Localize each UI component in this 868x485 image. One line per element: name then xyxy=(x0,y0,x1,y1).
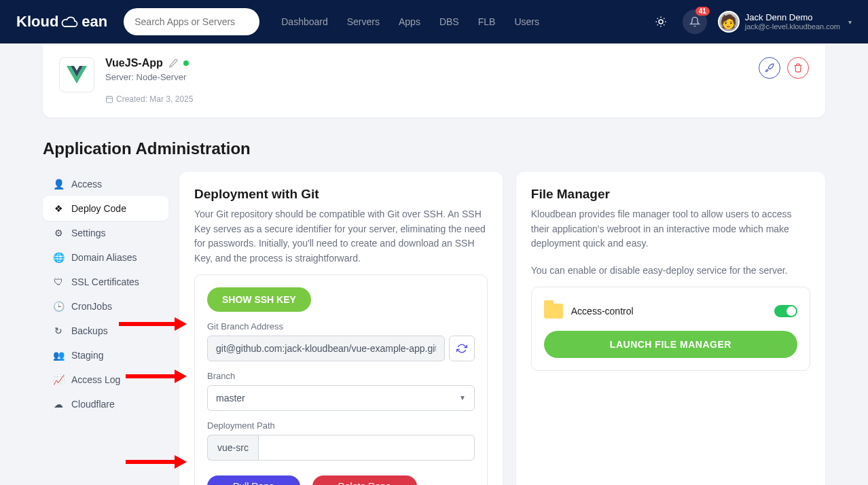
fm-description: Kloudbean provides file manager tool to … xyxy=(531,207,810,251)
notifications-button[interactable]: 41 xyxy=(683,10,707,34)
sidebar-item-label: Deploy Code xyxy=(71,203,126,214)
sidebar-item-domain-aliases[interactable]: 🌐Domain Aliases xyxy=(43,245,168,270)
git-card-description: Your Git repository should be compatible… xyxy=(194,207,488,266)
nav-flb[interactable]: FLB xyxy=(478,16,496,27)
deployment-path-label: Deployment Path xyxy=(207,420,475,431)
shield-icon: 🛡 xyxy=(52,276,65,287)
nav-servers[interactable]: Servers xyxy=(347,16,380,27)
nav-users[interactable]: Users xyxy=(514,16,539,27)
sidebar-item-deploy-code[interactable]: ❖Deploy Code xyxy=(43,196,168,221)
app-name: VueJS-App xyxy=(105,57,163,69)
avatar: 🧑 xyxy=(718,11,740,33)
sidebar-item-label: Domain Aliases xyxy=(71,252,137,263)
header-right: 41 🧑 Jack Denn Demo jack@c-level.kloudbe… xyxy=(650,10,852,34)
deployment-path-prefix: vue-src xyxy=(207,435,258,461)
search-input[interactable] xyxy=(134,16,249,27)
user-icon: 👤 xyxy=(52,179,65,190)
git-branch-address-input[interactable] xyxy=(207,336,445,361)
calendar-icon xyxy=(105,95,113,103)
chevron-down-icon: ▾ xyxy=(848,18,852,26)
launch-app-button[interactable] xyxy=(759,57,780,79)
deployment-path-input[interactable] xyxy=(258,435,475,461)
sidebar-item-access[interactable]: 👤Access xyxy=(43,172,168,196)
chart-icon: 📈 xyxy=(52,374,65,385)
sidebar-item-label: Cloudflare xyxy=(71,399,115,410)
sidebar-item-ssl[interactable]: 🛡SSL Certificates xyxy=(43,270,168,294)
chevron-down-icon: ▼ xyxy=(459,394,466,401)
trash-icon xyxy=(793,63,803,73)
sidebar-item-label: Access Log xyxy=(71,374,120,385)
pull-repo-button[interactable]: Pull Repo xyxy=(207,475,300,485)
sidebar-item-cloudflare[interactable]: ☁Cloudflare xyxy=(43,392,168,416)
nav-dbs[interactable]: DBS xyxy=(439,16,459,27)
bell-icon xyxy=(689,16,700,27)
git-deployment-card: Deployment with Git Your Git repository … xyxy=(179,172,503,485)
launch-file-manager-button[interactable]: LAUNCH FILE MANAGER xyxy=(544,331,797,358)
sidebar-item-label: SSL Certificates xyxy=(71,276,139,287)
admin-sidebar: 👤Access ❖Deploy Code ⚙Settings 🌐Domain A… xyxy=(43,172,168,416)
app-framework-icon xyxy=(59,57,94,92)
file-manager-card: File Manager Kloudbean provides file man… xyxy=(516,172,825,485)
sync-button[interactable] xyxy=(449,336,475,361)
layers-icon: 👥 xyxy=(52,350,65,361)
branch-label: Branch xyxy=(207,371,475,381)
svg-point-0 xyxy=(659,20,663,24)
top-header: Kloudean Dashboard Servers Apps DBS FLB … xyxy=(0,0,868,43)
user-email: jack@c-level.kloudbean.com xyxy=(745,22,840,31)
svg-rect-1 xyxy=(107,96,113,103)
search-box[interactable] xyxy=(124,8,259,35)
branch-select[interactable]: master ▼ xyxy=(207,385,475,411)
vue-icon xyxy=(67,66,87,84)
edit-icon[interactable] xyxy=(168,58,178,68)
sidebar-item-label: Settings xyxy=(71,228,106,238)
refresh-icon: ↻ xyxy=(52,325,65,336)
fm-box: Access-control LAUNCH FILE MANAGER xyxy=(531,287,810,371)
sidebar-item-label: Backups xyxy=(71,325,108,336)
theme-toggle[interactable] xyxy=(650,11,672,33)
main-nav: Dashboard Servers Apps DBS FLB Users xyxy=(281,16,634,27)
cloud-icon xyxy=(61,16,79,28)
folder-icon xyxy=(544,304,563,319)
nav-apps[interactable]: Apps xyxy=(399,16,420,27)
branch-value: master xyxy=(216,393,245,403)
fm-item-label: Access-control xyxy=(571,306,634,317)
sidebar-item-cronjobs[interactable]: 🕒CronJobs xyxy=(43,294,168,319)
git-form: SHOW SSH KEY Git Branch Address Branch m… xyxy=(194,274,488,485)
app-created: Created: Mar 3, 2025 xyxy=(116,94,193,104)
sync-icon xyxy=(456,343,467,354)
git-branch-address-label: Git Branch Address xyxy=(207,321,475,331)
section-title: Application Administration xyxy=(43,139,825,158)
nav-dashboard[interactable]: Dashboard xyxy=(281,16,328,27)
notification-badge: 41 xyxy=(695,7,710,16)
sidebar-item-staging[interactable]: 👥Staging xyxy=(43,343,168,367)
fm-toggle-description: You can enable or disable easy-deploy se… xyxy=(531,264,810,279)
globe-icon: 🌐 xyxy=(52,252,65,263)
clock-icon: 🕒 xyxy=(52,301,65,312)
sun-icon xyxy=(655,16,667,28)
code-icon: ❖ xyxy=(52,203,65,214)
rocket-icon xyxy=(765,63,774,73)
app-card: VueJS-App Server: Node-Server Created: M… xyxy=(43,43,825,118)
cloud-icon: ☁ xyxy=(52,399,65,410)
sidebar-item-access-log[interactable]: 📈Access Log xyxy=(43,367,168,392)
sidebar-item-label: CronJobs xyxy=(71,301,112,312)
app-server-label: Server: Node-Server xyxy=(105,72,748,82)
sidebar-item-label: Access xyxy=(71,179,102,190)
delete-repo-button[interactable]: Delete Repo xyxy=(312,475,417,485)
sliders-icon: ⚙ xyxy=(52,228,65,238)
show-ssh-key-button[interactable]: SHOW SSH KEY xyxy=(207,287,311,312)
user-info: Jack Denn Demo jack@c-level.kloudbean.co… xyxy=(745,12,840,32)
status-dot xyxy=(183,60,189,66)
sidebar-item-settings[interactable]: ⚙Settings xyxy=(43,221,168,245)
access-control-toggle[interactable] xyxy=(774,305,797,317)
delete-app-button[interactable] xyxy=(787,57,809,79)
git-card-title: Deployment with Git xyxy=(194,187,488,202)
fm-title: File Manager xyxy=(531,187,810,202)
sidebar-item-label: Staging xyxy=(71,350,103,361)
user-name: Jack Denn Demo xyxy=(745,12,840,23)
user-menu[interactable]: 🧑 Jack Denn Demo jack@c-level.kloudbean.… xyxy=(718,11,852,33)
brand-logo[interactable]: Kloudean xyxy=(16,13,107,31)
sidebar-item-backups[interactable]: ↻Backups xyxy=(43,319,168,343)
